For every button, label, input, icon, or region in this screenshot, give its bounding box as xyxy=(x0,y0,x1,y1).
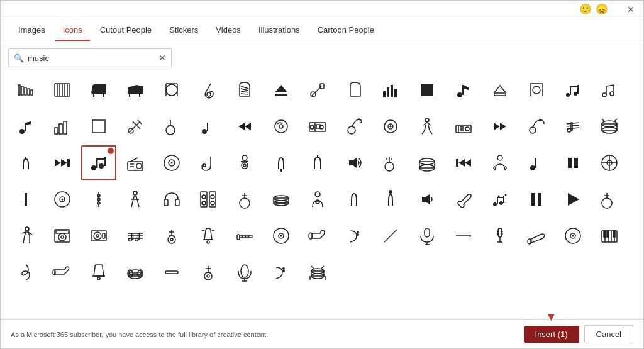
icon-sheet-music2[interactable] xyxy=(118,218,153,253)
icon-music-note-selected[interactable] xyxy=(81,145,116,180)
icon-speaker-high[interactable] xyxy=(336,145,372,180)
icon-electric-guitar[interactable] xyxy=(300,72,335,108)
icon-cd[interactable] xyxy=(45,182,80,217)
icon-tuning-fork[interactable] xyxy=(264,145,299,180)
icon-grand-piano[interactable] xyxy=(81,72,116,108)
tab-cutout[interactable]: Cutout People xyxy=(92,20,159,41)
icon-speaker-mid[interactable] xyxy=(409,182,445,217)
close-button[interactable]: ✕ xyxy=(623,2,638,17)
icon-banjo3[interactable] xyxy=(227,182,262,217)
icon-gong[interactable] xyxy=(154,72,189,108)
icon-bugle[interactable] xyxy=(519,218,554,253)
icon-equalizer2[interactable] xyxy=(45,109,80,144)
icon-stereo[interactable] xyxy=(300,109,335,144)
icon-note-q[interactable] xyxy=(8,109,43,144)
icon-banjo4[interactable] xyxy=(592,182,627,217)
icon-harp2[interactable] xyxy=(336,72,372,108)
icon-gong2[interactable] xyxy=(519,72,554,108)
icon-note-dotted[interactable] xyxy=(482,182,518,217)
icon-panflute[interactable] xyxy=(8,72,43,108)
icon-clarinet[interactable] xyxy=(81,182,116,217)
icon-pause[interactable] xyxy=(555,145,591,180)
icon-microphone2[interactable] xyxy=(482,218,518,253)
icon-play[interactable] xyxy=(555,182,591,217)
icon-trumpet2[interactable] xyxy=(45,255,80,290)
icon-tuning-fork3[interactable] xyxy=(300,145,335,180)
icon-forward[interactable] xyxy=(482,109,518,144)
icon-piano-keys[interactable] xyxy=(592,218,627,253)
icon-eject2[interactable] xyxy=(482,72,518,108)
icon-saxophone[interactable] xyxy=(191,145,226,180)
icon-guitar-cross[interactable] xyxy=(118,109,153,144)
icon-pause2[interactable] xyxy=(519,182,554,217)
icon-drum2[interactable] xyxy=(409,145,445,180)
icon-bass-clef2[interactable] xyxy=(264,255,299,290)
icon-drum[interactable] xyxy=(592,109,627,144)
icon-square-outline[interactable] xyxy=(81,109,116,144)
icon-microphone[interactable] xyxy=(409,218,445,253)
icon-trumpet[interactable] xyxy=(300,218,335,253)
icon-speaker-box2[interactable] xyxy=(45,218,80,253)
icon-guitar-electric[interactable] xyxy=(446,182,481,217)
icon-flute[interactable] xyxy=(227,218,262,253)
icon-stop[interactable] xyxy=(409,72,445,108)
icon-headphones-person[interactable] xyxy=(482,145,518,180)
icon-bass-clef[interactable] xyxy=(336,218,372,253)
icon-harp[interactable] xyxy=(227,72,262,108)
icon-music-notes[interactable] xyxy=(555,72,591,108)
icon-speaker-box[interactable] xyxy=(191,182,226,217)
icon-tuning-fork5[interactable] xyxy=(373,182,408,217)
icon-record-player[interactable] xyxy=(373,109,408,144)
tab-images[interactable]: Images xyxy=(11,20,53,41)
icon-note-single[interactable] xyxy=(191,109,226,144)
icon-gramophone2[interactable] xyxy=(519,109,554,144)
icon-sheet-music[interactable] xyxy=(555,109,591,144)
icon-guitar2[interactable] xyxy=(154,218,189,253)
icon-radio[interactable] xyxy=(118,145,153,180)
tab-icons[interactable]: Icons xyxy=(55,20,90,41)
insert-button[interactable]: Insert (1) xyxy=(524,326,579,343)
icon-vinyl[interactable] xyxy=(154,145,189,180)
clear-search-button[interactable]: ✕ xyxy=(158,53,166,62)
icon-music-notes2[interactable] xyxy=(592,72,627,108)
icon-tuning-fork2[interactable] xyxy=(8,145,43,180)
icon-piccolo[interactable] xyxy=(154,255,189,290)
icon-microphone3[interactable] xyxy=(227,255,262,290)
icon-wheel[interactable] xyxy=(592,145,627,180)
icon-rewind2[interactable] xyxy=(446,145,481,180)
icon-bells2[interactable] xyxy=(81,255,116,290)
icon-dj[interactable] xyxy=(264,109,299,144)
icon-snare[interactable] xyxy=(264,182,299,217)
tab-illustrations[interactable]: Illustrations xyxy=(251,20,308,41)
icon-dancer2[interactable] xyxy=(8,218,43,253)
icon-rewind[interactable] xyxy=(227,109,262,144)
icon-flute2[interactable] xyxy=(446,218,481,253)
icon-banjo[interactable] xyxy=(154,109,189,144)
icon-banjo2[interactable] xyxy=(373,145,408,180)
icon-tech-person[interactable] xyxy=(300,182,335,217)
icon-cd2[interactable] xyxy=(264,218,299,253)
icon-guitar[interactable] xyxy=(191,72,226,108)
icon-dance[interactable] xyxy=(409,109,445,144)
icon-grand-piano2[interactable] xyxy=(118,72,153,108)
icon-headphones2[interactable] xyxy=(154,182,189,217)
icon-vinyl2[interactable] xyxy=(555,218,591,253)
icon-note-eighth[interactable] xyxy=(446,72,481,108)
search-input[interactable] xyxy=(28,53,158,63)
tab-videos[interactable]: Videos xyxy=(208,20,248,41)
icon-radio-bar[interactable] xyxy=(446,109,481,144)
icon-dancer[interactable] xyxy=(118,182,153,217)
icon-fast-forward[interactable] xyxy=(45,145,80,180)
icon-gramophone[interactable] xyxy=(336,109,372,144)
icon-equalizer[interactable] xyxy=(373,72,408,108)
cancel-button[interactable]: Cancel xyxy=(584,325,633,343)
icon-guitar3[interactable] xyxy=(191,255,226,290)
icon-bar[interactable] xyxy=(8,182,43,217)
icon-treble-clef[interactable] xyxy=(8,255,43,290)
icon-drum-kit2[interactable] xyxy=(300,255,335,290)
icon-singer[interactable] xyxy=(227,145,262,180)
tab-stickers[interactable]: Stickers xyxy=(162,20,206,41)
icon-pencil-line[interactable] xyxy=(373,218,408,253)
tab-cartoon[interactable]: Cartoon People xyxy=(310,20,382,41)
icon-eject[interactable] xyxy=(264,72,299,108)
